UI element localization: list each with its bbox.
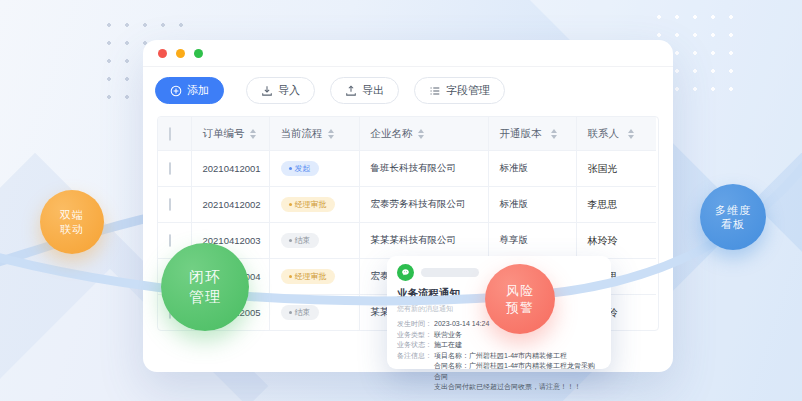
header-order: 订单编号	[203, 127, 245, 141]
badge-text: 管理	[189, 287, 221, 307]
badge-text: 联动	[60, 222, 84, 236]
flow-status-badge: 结束	[281, 233, 319, 248]
contact-name: 李思思	[576, 187, 656, 223]
field-remark-warning: 支出合同付款已经超过合同收票，请注意！！！	[397, 382, 601, 393]
export-button[interactable]: 导出	[330, 77, 399, 104]
feature-badge-dual-linkage: 双端 联动	[40, 190, 104, 254]
header-contact: 联系人	[588, 127, 620, 141]
badge-text: 看板	[721, 217, 745, 231]
marketing-scene: 添加 导入 导出 字段管理	[0, 0, 802, 401]
window-titlebar	[143, 40, 673, 67]
status-dot-icon	[289, 275, 292, 278]
feature-badge-closed-loop: 闭环 管理	[161, 243, 249, 331]
field-manage-button-label: 字段管理	[446, 83, 490, 98]
table-row: 20210412002 经理审批 宏泰劳务科技有限公司 标准版 李思思	[158, 187, 656, 223]
field-manage-button[interactable]: 字段管理	[414, 77, 505, 104]
contact-name: 林玲玲	[576, 223, 656, 259]
add-button[interactable]: 添加	[155, 77, 224, 104]
version: 尊享版	[488, 223, 576, 259]
header-version: 开通版本	[500, 127, 542, 141]
badge-text: 预警	[506, 299, 534, 316]
select-all-checkbox[interactable]	[169, 127, 171, 141]
export-button-label: 导出	[362, 83, 384, 98]
table-header-row: 订单编号 当前流程 企业名称 开通版本 联系人	[158, 117, 656, 151]
sort-icon[interactable]	[328, 129, 334, 139]
field-remark-project: 备注信息：项目名称：广州碧桂园1-4#市内精装修工程	[397, 351, 601, 362]
badge-text: 闭环	[189, 267, 221, 287]
flow-status-badge: 经理审批	[281, 269, 335, 284]
sort-icon[interactable]	[551, 129, 557, 139]
status-dot-icon	[289, 239, 292, 242]
flow-status-badge: 发起	[281, 161, 319, 176]
export-icon	[345, 85, 357, 97]
sort-icon[interactable]	[250, 129, 256, 139]
minimize-button[interactable]	[176, 49, 185, 58]
contact-name: 张国光	[576, 151, 656, 187]
wechat-icon	[397, 264, 414, 281]
status-dot-icon	[289, 311, 292, 314]
row-checkbox[interactable]	[169, 162, 171, 175]
add-button-label: 添加	[187, 83, 209, 98]
row-checkbox[interactable]	[169, 198, 171, 211]
status-dot-icon	[289, 167, 292, 170]
company-name: 鲁班长科技有限公司	[359, 151, 488, 187]
feature-badge-multi-dashboard: 多维度 看板	[700, 184, 766, 250]
version: 标准版	[488, 187, 576, 223]
badge-text: 风险	[506, 282, 534, 299]
order-no: 20210412001	[191, 151, 269, 187]
import-button-label: 导入	[278, 83, 300, 98]
plus-circle-icon	[170, 85, 182, 97]
toolbar: 添加 导入 导出 字段管理	[143, 67, 673, 112]
app-name-placeholder	[421, 268, 479, 277]
company-name: 宏泰劳务科技有限公司	[359, 187, 488, 223]
field-business-type: 业务类型：联营业务	[397, 330, 601, 341]
sort-icon[interactable]	[418, 129, 424, 139]
header-flow: 当前流程	[281, 127, 323, 141]
feature-badge-risk-warning: 风险 预警	[485, 264, 555, 334]
badge-text: 多维度	[715, 203, 751, 217]
list-icon	[429, 85, 441, 97]
version: 标准版	[488, 151, 576, 187]
badge-text: 双端	[60, 208, 84, 222]
field-business-status: 业务状态：施工在建	[397, 340, 601, 351]
close-button[interactable]	[158, 49, 167, 58]
import-icon	[261, 85, 273, 97]
table-row: 20210412001 发起 鲁班长科技有限公司 标准版 张国光	[158, 151, 656, 187]
notification-fields: 发生时间：2023-03-14 14:24 业务类型：联营业务 业务状态：施工在…	[397, 319, 601, 393]
company-name: 某某某科技有限公司	[359, 223, 488, 259]
import-button[interactable]: 导入	[246, 77, 315, 104]
zoom-button[interactable]	[194, 49, 203, 58]
row-checkbox[interactable]	[169, 234, 171, 247]
flow-status-badge: 结束	[281, 305, 319, 320]
status-dot-icon	[289, 203, 292, 206]
header-company: 企业名称	[371, 127, 413, 141]
sort-icon[interactable]	[628, 129, 634, 139]
flow-status-badge: 经理审批	[281, 197, 335, 212]
order-no: 20210412002	[191, 187, 269, 223]
field-remark-contract: 合同名称：广州碧桂园1-4#市内精装修工程龙骨采购合同	[397, 361, 601, 382]
